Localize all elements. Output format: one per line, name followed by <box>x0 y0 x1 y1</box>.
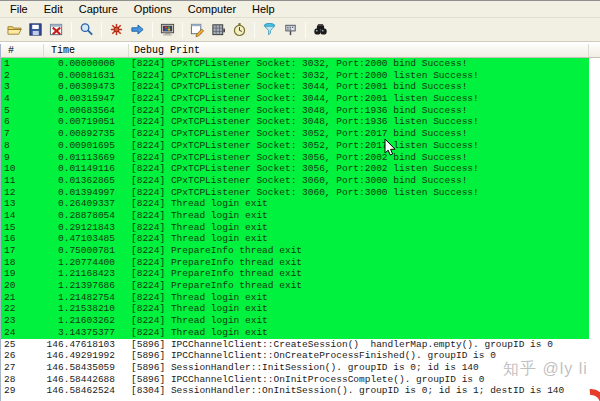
row-index: 25 <box>1 339 38 351</box>
toolbar-separator <box>71 22 72 38</box>
row-debug-text: [8224] Thread login exit <box>131 327 268 339</box>
row-debug-text: [8224] Thread login exit <box>131 315 268 327</box>
log-row[interactable]: 140.28878054[8224] Thread login exit <box>1 210 589 222</box>
row-index: 11 <box>1 175 38 187</box>
row-time: 0.01394997 <box>38 187 115 199</box>
row-index: 6 <box>1 116 38 128</box>
log-row[interactable]: 26146.49291992[5896] IPCChannelClient::O… <box>1 350 589 362</box>
log-row[interactable]: 150.29121843[8224] Thread login exit <box>1 222 589 234</box>
listview-header: # Time Debug Print <box>1 44 600 58</box>
row-debug-text: [8224] CPxTCPListener Socket: 3044, Port… <box>131 93 479 105</box>
row-debug-text: [8224] CPxTCPListener Socket: 3060, Port… <box>131 175 467 187</box>
row-index: 18 <box>1 257 38 269</box>
row-time: 146.47618103 <box>38 339 115 351</box>
log-row[interactable]: 130.26409337[8224] Thread login exit <box>1 198 589 210</box>
log-row[interactable]: 120.01394997[8224] CPxTCPListener Socket… <box>1 187 589 199</box>
menu-file[interactable]: File <box>2 2 36 17</box>
row-time: 1.20774400 <box>38 257 115 269</box>
row-debug-text: [5896] IPCChannelClient::CreateSession()… <box>131 339 553 351</box>
capture-kernel-icon[interactable] <box>208 20 229 40</box>
open-folder-icon[interactable] <box>4 20 25 40</box>
toolbar-separator <box>305 22 306 38</box>
row-debug-text: [5896] IPCChannelClient::OnCreateProcess… <box>131 350 496 362</box>
magnifier-icon[interactable] <box>76 20 97 40</box>
menu-computer[interactable]: Computer <box>180 2 244 17</box>
column-header-spacer <box>589 44 600 57</box>
column-header-time[interactable]: Time <box>44 44 129 57</box>
capture-events-icon[interactable] <box>106 20 127 40</box>
row-time: 0.00000000 <box>38 58 115 70</box>
log-row[interactable]: 221.21538210[8224] Thread login exit <box>1 303 589 315</box>
row-time: 1.21482754 <box>38 292 115 304</box>
log-row[interactable]: 27146.58435059[5896] SessionHandler::Ini… <box>1 362 589 374</box>
save-icon[interactable] <box>25 20 46 40</box>
row-debug-text: [8224] CPxTCPListener Socket: 3052, Port… <box>131 128 467 140</box>
row-index: 26 <box>1 350 38 362</box>
row-debug-text: [8224] CPxTCPListener Socket: 3048, Port… <box>131 116 479 128</box>
log-row[interactable]: 181.20774400[8224] PrepareInfo thread ex… <box>1 257 589 269</box>
log-row[interactable]: 201.21397686[8224] PrepareInfo thread ex… <box>1 280 589 292</box>
log-row[interactable]: 191.21168423[8224] PrepareInfo thread ex… <box>1 268 589 280</box>
row-index: 22 <box>1 303 38 315</box>
menu-edit[interactable]: Edit <box>36 2 71 17</box>
menu-options[interactable]: Options <box>126 2 180 17</box>
log-row[interactable]: 10.00000000[8224] CPxTCPListener Socket:… <box>1 58 589 70</box>
row-time: 0.00683564 <box>38 105 115 117</box>
log-row[interactable]: 243.14375377[8224] Thread login exit <box>1 327 589 339</box>
log-row[interactable]: 80.00901695[8224] CPxTCPListener Socket:… <box>1 140 589 152</box>
highlight-icon[interactable] <box>280 20 301 40</box>
row-debug-text: [8224] Thread login exit <box>131 198 268 210</box>
log-row[interactable]: 231.21603262[8224] Thread login exit <box>1 315 589 327</box>
row-index: 12 <box>1 187 38 199</box>
row-debug-text: [8224] PrepareInfo thread exit <box>131 257 302 269</box>
row-index: 9 <box>1 152 38 164</box>
column-header-index[interactable]: # <box>1 44 44 57</box>
log-row[interactable]: 110.01362865[8224] CPxTCPListener Socket… <box>1 175 589 187</box>
row-index: 7 <box>1 128 38 140</box>
log-row[interactable]: 211.21482754[8224] Thread login exit <box>1 292 589 304</box>
log-row[interactable]: 28146.58442688[5896] IPCChannelClient::O… <box>1 374 589 386</box>
row-time: 0.00719051 <box>38 116 115 128</box>
remote-computer-icon[interactable] <box>157 20 178 40</box>
filter-icon[interactable] <box>259 20 280 40</box>
log-row[interactable]: 160.47103485[8224] Thread login exit <box>1 233 589 245</box>
log-row[interactable]: 25146.47618103[5896] IPCChannelClient::C… <box>1 339 589 351</box>
row-debug-text: [8224] CPxTCPListener Socket: 3056, Port… <box>131 152 467 164</box>
row-time: 1.21168423 <box>38 268 115 280</box>
clock-icon[interactable] <box>229 20 250 40</box>
column-header-debug-print[interactable]: Debug Print <box>129 44 589 57</box>
close-capture-icon[interactable] <box>46 20 67 40</box>
row-time: 0.01149116 <box>38 163 115 175</box>
log-row[interactable]: 20.00081631[8224] CPxTCPListener Socket:… <box>1 70 589 82</box>
log-row[interactable]: 50.00683564[8224] CPxTCPListener Socket:… <box>1 105 589 117</box>
binoculars-icon[interactable] <box>310 20 331 40</box>
row-index: 10 <box>1 163 38 175</box>
log-row[interactable]: 170.75000781[8224] PrepareInfo thread ex… <box>1 245 589 257</box>
log-row[interactable]: 29146.58462524[8304] SessionHandler::OnI… <box>1 385 589 397</box>
log-edit-icon[interactable] <box>187 20 208 40</box>
row-index: 15 <box>1 222 38 234</box>
row-time: 146.58442688 <box>38 374 115 386</box>
row-index: 23 <box>1 315 38 327</box>
row-time: 0.00315947 <box>38 93 115 105</box>
log-row[interactable]: 100.01149116[8224] CPxTCPListener Socket… <box>1 163 589 175</box>
autoscroll-icon[interactable] <box>127 20 148 40</box>
row-time: 146.58435059 <box>38 362 115 374</box>
menu-capture[interactable]: Capture <box>71 2 126 17</box>
log-row[interactable]: 30.00309473[8224] CPxTCPListener Socket:… <box>1 81 589 93</box>
row-debug-text: [8224] Thread login exit <box>131 303 268 315</box>
row-debug-text: [8224] Thread login exit <box>131 210 268 222</box>
log-row[interactable]: 40.00315947[8224] CPxTCPListener Socket:… <box>1 93 589 105</box>
row-time: 146.58462524 <box>38 385 115 397</box>
log-row[interactable]: 90.01113669[8224] CPxTCPListener Socket:… <box>1 152 589 164</box>
menu-help[interactable]: Help <box>244 2 283 17</box>
row-time: 1.21538210 <box>38 303 115 315</box>
row-time: 0.28878054 <box>38 210 115 222</box>
row-debug-text: [8224] PrepareInfo thread exit <box>131 245 302 257</box>
log-row[interactable]: 70.00892735[8224] CPxTCPListener Socket:… <box>1 128 589 140</box>
row-time: 146.49291992 <box>38 350 115 362</box>
log-row[interactable]: 60.00719051[8224] CPxTCPListener Socket:… <box>1 116 589 128</box>
row-time: 0.00892735 <box>38 128 115 140</box>
row-debug-text: [8224] CPxTCPListener Socket: 3048, Port… <box>131 105 467 117</box>
row-index: 27 <box>1 362 38 374</box>
